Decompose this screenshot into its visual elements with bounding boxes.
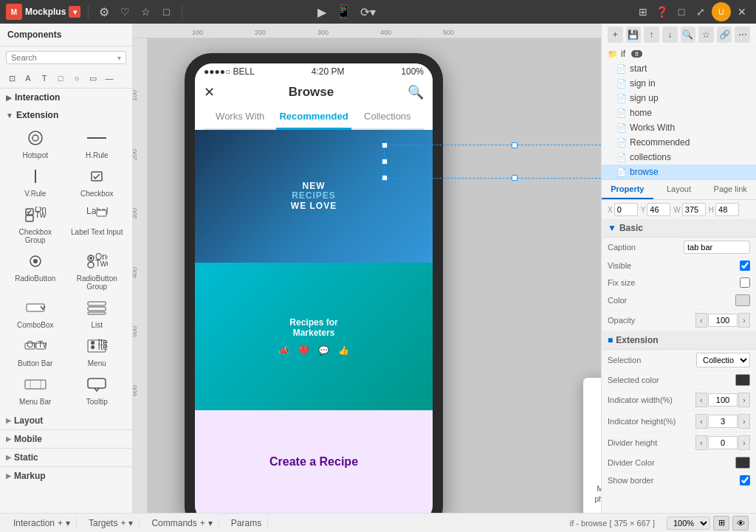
indicator-height-decrement[interactable]: ‹ — [695, 414, 707, 429]
tab-recommended[interactable]: Recommended — [276, 105, 351, 130]
icon-ornament2[interactable]: ♡ — [117, 4, 133, 20]
tool-btn-2[interactable]: A — [21, 71, 35, 86]
tree-item-start[interactable]: 📄 start — [602, 61, 756, 76]
handle-bc[interactable] — [512, 175, 518, 181]
tree-root[interactable]: 📁 if 8 — [602, 46, 756, 61]
phone-close-button[interactable]: ✕ — [204, 84, 215, 100]
tool-btn-6[interactable]: ▭ — [86, 71, 100, 86]
commands-down[interactable]: ▾ — [208, 518, 213, 528]
interaction-down[interactable]: ▾ — [66, 518, 70, 528]
comp-menu-bar[interactable]: Menu Bar — [6, 373, 65, 409]
show-border-checkbox[interactable] — [740, 475, 750, 486]
comp-vrule[interactable]: V.Rule — [6, 165, 65, 201]
comp-hrule[interactable]: H.Rule — [68, 127, 127, 162]
divider-height-input[interactable] — [708, 436, 738, 449]
add-target-button[interactable]: + — [120, 518, 126, 528]
layout-category[interactable]: ▶ Layout — [0, 412, 132, 429]
tree-item-workswith[interactable]: 📄 Works With — [602, 120, 756, 135]
comp-button-bar[interactable]: OneTwo Button Bar — [6, 335, 65, 370]
prop-tab-layout[interactable]: Layout — [653, 180, 705, 199]
tree-more-button[interactable]: ⋯ — [735, 27, 750, 43]
tree-item-collections[interactable]: 📄 collections — [602, 150, 756, 165]
handle-tc[interactable] — [512, 142, 518, 148]
tab-collections[interactable]: Collections — [351, 105, 424, 128]
tree-item-recommended[interactable]: 📄 Recommended — [602, 135, 756, 150]
prop-tab-pagelink[interactable]: Page link — [704, 180, 756, 199]
tool-btn-3[interactable]: T — [37, 71, 52, 86]
indicator-height-input[interactable] — [708, 415, 738, 428]
user-avatar[interactable]: U — [712, 2, 731, 21]
icon-ornament4[interactable]: □ — [158, 4, 174, 20]
comp-tooltip[interactable]: Tooltip — [68, 373, 127, 409]
tree-link-button[interactable]: 🔗 — [717, 27, 732, 43]
indicator-width-input[interactable] — [708, 393, 738, 407]
indicator-width-increment[interactable]: › — [738, 393, 750, 407]
add-interaction-button[interactable]: + — [58, 518, 63, 528]
tree-item-signup[interactable]: 📄 sign up — [602, 91, 756, 106]
comp-radiobutton[interactable]: RadioButton — [6, 250, 65, 294]
tab-works-with[interactable]: Works With — [204, 105, 276, 128]
y-input[interactable] — [647, 203, 670, 216]
x-field[interactable]: X — [608, 203, 638, 216]
markup-category[interactable]: ▶ Markup — [0, 466, 132, 485]
w-input[interactable] — [682, 203, 706, 216]
comp-combobox[interactable]: ComboBox — [6, 297, 65, 332]
prop-tab-property[interactable]: Property — [602, 180, 653, 199]
share-button[interactable]: ⟳▾ — [360, 5, 376, 19]
comp-label-text-input[interactable]: Label Label Text Input — [68, 204, 127, 247]
mobile-preview-button[interactable]: 📱 — [335, 4, 351, 20]
canvas-viewport[interactable]: ●●●●○ BELL 4:20 PM 100% ✕ Browse 🔍 — [148, 38, 601, 513]
x-input[interactable] — [614, 203, 638, 216]
visible-checkbox[interactable] — [740, 260, 750, 271]
static-category[interactable]: ▶ Static — [0, 448, 132, 466]
tree-add-button[interactable]: + — [608, 27, 623, 43]
icon-ornament3[interactable]: ☆ — [137, 4, 154, 20]
expand-icon[interactable]: ⤢ — [693, 4, 709, 20]
comp-radiobutton-group[interactable]: OneTwo RadioButton Group — [68, 250, 127, 294]
grid-icon[interactable]: ⊞ — [635, 4, 651, 20]
divider-height-increment[interactable]: › — [738, 435, 750, 450]
tree-save-button[interactable]: 💾 — [626, 27, 642, 43]
tree-up-button[interactable]: ↑ — [644, 27, 659, 43]
add-command-button[interactable]: + — [200, 518, 205, 528]
fix-size-checkbox[interactable] — [740, 277, 750, 288]
grid-view-button[interactable]: ⊞ — [713, 516, 729, 531]
eye-button[interactable]: 👁 — [732, 516, 749, 531]
caption-input[interactable] — [684, 241, 750, 254]
logo-dropdown[interactable]: ▾ — [69, 6, 80, 18]
comp-menu[interactable]: ● Item● Item Menu — [68, 335, 127, 370]
color-swatch[interactable] — [735, 294, 750, 306]
help-icon[interactable]: ❓ — [654, 4, 670, 20]
phone-search-button[interactable]: 🔍 — [408, 84, 424, 100]
indicator-height-increment[interactable]: › — [738, 414, 750, 429]
window-icon[interactable]: □ — [673, 4, 690, 20]
play-button[interactable]: ▶ — [317, 5, 326, 19]
tool-btn-5[interactable]: ○ — [69, 71, 84, 86]
icon-ornament1[interactable]: ⚙ — [96, 4, 112, 20]
divider-color-swatch[interactable] — [735, 457, 750, 469]
tree-item-signin[interactable]: 📄 sign in — [602, 76, 756, 91]
tree-search-button[interactable]: 🔍 — [681, 27, 696, 43]
zoom-select[interactable]: 100% 75% 50% 150% — [667, 517, 710, 530]
tool-btn-7[interactable]: — — [102, 71, 117, 86]
tree-down-button[interactable]: ↓ — [662, 27, 678, 43]
section-extension[interactable]: ▼ Extension — [0, 106, 132, 124]
w-field[interactable]: W — [673, 203, 705, 216]
section-interaction[interactable]: ▶ Interaction — [0, 89, 132, 106]
h-field[interactable]: H — [709, 203, 739, 216]
search-input[interactable] — [11, 53, 114, 62]
targets-down[interactable]: ▾ — [128, 518, 133, 528]
tool-btn-1[interactable]: ⊡ — [4, 71, 19, 86]
h-input[interactable] — [715, 203, 739, 216]
tree-star-button[interactable]: ☆ — [698, 27, 714, 43]
tool-btn-4[interactable]: □ — [53, 71, 68, 86]
comp-list[interactable]: List — [68, 297, 127, 332]
comp-checkbox-group[interactable]: OneTwo Checkbox Group — [6, 204, 65, 247]
comp-checkbox[interactable]: Checkbox — [68, 165, 127, 201]
divider-height-decrement[interactable]: ‹ — [695, 435, 707, 450]
opacity-decrement[interactable]: ‹ — [695, 313, 707, 328]
y-field[interactable]: Y — [641, 203, 671, 216]
indicator-width-decrement[interactable]: ‹ — [695, 393, 707, 407]
comp-hotspot[interactable]: Hotspot — [6, 127, 65, 162]
opacity-increment[interactable]: › — [738, 313, 750, 328]
